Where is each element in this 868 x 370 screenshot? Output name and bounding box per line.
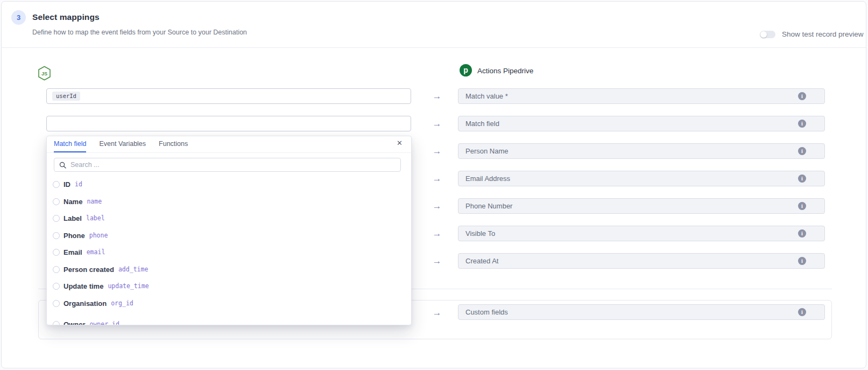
tab-match-field[interactable]: Match field <box>54 136 86 152</box>
destination-field-email-address[interactable]: Email Address i <box>458 171 825 186</box>
destination-field-created-at[interactable]: Created At i <box>458 253 825 269</box>
card-header: 3 Select mappings Define how to map the … <box>2 2 866 48</box>
option-label: Organisation <box>63 299 107 308</box>
option-person-created[interactable]: Person created add_time <box>47 264 411 274</box>
page-title: Select mappings <box>32 12 100 22</box>
radio-icon[interactable] <box>53 181 60 188</box>
info-icon[interactable]: i <box>798 308 806 316</box>
destination-field-visible-to[interactable]: Visible To i <box>458 226 825 241</box>
info-icon[interactable]: i <box>798 202 806 210</box>
radio-icon[interactable] <box>53 321 60 326</box>
arrow-icon: → <box>430 89 444 103</box>
toggle-label: Show test record preview <box>782 30 864 38</box>
source-mapping-input[interactable] <box>46 116 411 131</box>
option-id[interactable]: ID id <box>47 179 411 189</box>
option-owner[interactable]: Owner owner_id <box>47 319 411 325</box>
radio-icon[interactable] <box>53 198 60 205</box>
option-label: Email <box>63 248 82 256</box>
option-code: update_time <box>108 282 149 290</box>
field-label: Visible To <box>465 226 495 241</box>
destination-field-match-value[interactable]: Match value * i <box>458 88 825 104</box>
show-test-record-toggle[interactable] <box>760 31 775 38</box>
option-label: Label <box>63 214 82 222</box>
destination-field-match-field[interactable]: Match field i <box>458 116 825 131</box>
option-code: owner_id <box>89 320 119 325</box>
option-label: Person created <box>63 266 114 274</box>
radio-icon[interactable] <box>53 300 60 307</box>
radio-icon[interactable] <box>53 266 60 273</box>
info-icon[interactable]: i <box>798 120 806 128</box>
option-name[interactable]: Name name <box>47 197 411 206</box>
option-code: email <box>87 248 105 256</box>
field-label: Match value * <box>465 89 508 103</box>
option-code: label <box>86 214 105 222</box>
radio-icon[interactable] <box>53 283 60 290</box>
option-label: Phone <box>63 232 85 240</box>
destination-field-phone-number[interactable]: Phone Number i <box>458 198 825 214</box>
info-icon[interactable]: i <box>798 147 806 155</box>
svg-text:JS: JS <box>41 71 47 76</box>
option-phone[interactable]: Phone phone <box>47 231 411 240</box>
step-number-badge: 3 <box>11 10 26 25</box>
search-icon <box>59 162 66 169</box>
destination-field-person-name[interactable]: Person Name i <box>458 143 825 159</box>
option-email[interactable]: Email email <box>47 247 411 257</box>
option-label: Owner <box>63 320 85 326</box>
radio-icon[interactable] <box>53 215 60 222</box>
option-label: Name <box>63 198 82 206</box>
info-icon[interactable]: i <box>798 174 806 183</box>
info-icon[interactable]: i <box>798 92 806 100</box>
radio-icon[interactable] <box>53 249 60 256</box>
page-subtitle: Define how to map the event fields from … <box>32 29 247 36</box>
field-chip[interactable]: userId <box>52 92 80 101</box>
arrow-icon: → <box>430 306 444 319</box>
field-label: Person Name <box>465 144 508 158</box>
nodejs-icon: JS <box>38 66 51 83</box>
arrow-icon: → <box>430 117 444 130</box>
field-label: Custom fields <box>465 305 508 319</box>
arrow-icon: → <box>430 227 444 240</box>
arrow-icon: → <box>430 254 444 268</box>
option-label-field[interactable]: Label label <box>47 213 411 223</box>
field-label: Created At <box>465 254 498 268</box>
option-code: name <box>87 198 102 205</box>
toggle-knob <box>760 31 767 38</box>
option-label: ID <box>63 180 70 189</box>
destination-title: Actions Pipedrive <box>477 67 533 75</box>
destination-field-custom-fields[interactable]: Custom fields i <box>458 304 825 320</box>
option-organisation[interactable]: Organisation org_id <box>47 298 411 308</box>
option-code: id <box>75 180 82 188</box>
arrow-icon: → <box>430 199 444 213</box>
tab-functions[interactable]: Functions <box>159 136 188 152</box>
field-label: Match field <box>465 116 499 131</box>
search-placeholder: Search ... <box>70 161 100 169</box>
field-label: Email Address <box>465 171 510 186</box>
option-code: org_id <box>111 299 133 307</box>
mappings-card: 3 Select mappings Define how to map the … <box>1 1 866 368</box>
radio-icon[interactable] <box>53 232 60 239</box>
search-input[interactable]: Search ... <box>54 158 401 172</box>
arrow-icon: → <box>430 172 444 185</box>
mapping-dropdown-panel: Match field Event Variables Functions ✕ … <box>46 136 412 325</box>
tab-event-variables[interactable]: Event Variables <box>99 136 146 152</box>
option-label: Update time <box>63 282 103 290</box>
dropdown-tabs: Match field Event Variables Functions <box>47 136 411 153</box>
arrow-icon: → <box>430 144 444 158</box>
source-mapping-input[interactable]: userId <box>46 88 411 104</box>
pipedrive-icon: p <box>460 64 472 76</box>
close-icon[interactable]: ✕ <box>397 139 403 146</box>
option-code: phone <box>89 232 108 239</box>
field-label: Phone Number <box>465 199 512 213</box>
info-icon[interactable]: i <box>798 229 806 238</box>
option-code: add_time <box>118 266 148 273</box>
option-update-time[interactable]: Update time update_time <box>47 281 411 291</box>
page: 3 Select mappings Define how to map the … <box>0 0 868 370</box>
info-icon[interactable]: i <box>798 257 806 265</box>
